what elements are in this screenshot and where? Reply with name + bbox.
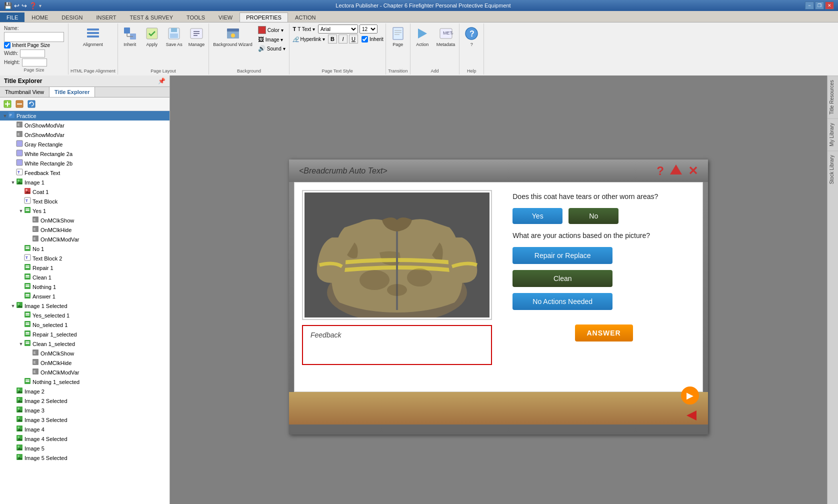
tab-home[interactable]: HOME <box>25 12 54 22</box>
tree-item[interactable]: ▼ Yes 1 <box>0 206 170 216</box>
metadata-btn[interactable]: META Metadata <box>434 24 458 48</box>
panel-pin-icon[interactable]: 📌 <box>158 78 166 84</box>
tree-item[interactable]: Answer 1 <box>0 292 170 301</box>
text-dropdown-btn[interactable]: T T Text ▾ <box>292 26 316 32</box>
width-input[interactable]: 1009 <box>20 50 45 58</box>
save-as-btn[interactable]: Save As <box>164 24 184 48</box>
help-canvas-icon[interactable]: ? <box>656 164 664 178</box>
refresh-btn[interactable] <box>26 99 36 109</box>
tree-item[interactable]: Gray Rectangle <box>0 140 170 149</box>
tree-item[interactable]: E OnMClkShow <box>0 348 170 358</box>
height-input[interactable]: 662 <box>22 58 47 66</box>
tree-item[interactable]: T Text Block 2 <box>0 254 170 263</box>
tree-item[interactable]: No 1 <box>0 244 170 254</box>
bold-btn[interactable]: B <box>328 34 337 44</box>
tab-file[interactable]: FILE <box>0 12 24 22</box>
tree-item[interactable]: E OnMClkHide <box>0 225 170 234</box>
thumbnail-view-tab[interactable]: Thumbnail View <box>0 87 50 97</box>
collapse-icon[interactable]: ▼ <box>18 208 24 214</box>
tree-item[interactable]: White Rectangle 2b <box>0 158 170 168</box>
tab-test-survey[interactable]: TEST & SURVEY <box>124 12 180 22</box>
tree-item[interactable]: E OnMClkHide <box>0 358 170 368</box>
font-size-select[interactable]: 12 <box>360 24 378 34</box>
expand-all-btn[interactable] <box>2 99 12 109</box>
tree-item[interactable]: Image 3 Selected <box>0 415 170 424</box>
clean-btn[interactable]: Clean <box>512 270 612 287</box>
tree-item[interactable]: ▼ Clean 1_selected <box>0 339 170 348</box>
tree-item[interactable]: Image 5 <box>0 444 170 453</box>
tab-action[interactable]: ACTION <box>288 12 322 22</box>
next-page-btn[interactable]: ▶ <box>681 386 699 404</box>
save-icon[interactable]: 💾 <box>4 2 12 10</box>
tree-item[interactable]: Clean 1 <box>0 272 170 282</box>
tree-item[interactable]: Image 5 Selected <box>0 453 170 462</box>
color-btn[interactable]: Color ▾ <box>256 26 287 34</box>
tree-item[interactable]: Image 4 Selected <box>0 434 170 444</box>
tree-item[interactable]: White Rectangle 2a <box>0 149 170 158</box>
title-resources-tab[interactable]: Title Resources <box>828 76 838 118</box>
inherit-btn[interactable]: Inherit <box>120 24 140 48</box>
tree-item[interactable]: Image 2 <box>0 386 170 396</box>
tree-item[interactable]: Image 4 <box>0 424 170 434</box>
no-actions-btn[interactable]: No Actions Needed <box>512 293 612 310</box>
tree-item[interactable]: ▼ P Practice <box>0 111 170 120</box>
tree-item[interactable]: E OnShowModVar <box>0 120 170 130</box>
page-btn[interactable]: Page <box>388 24 408 48</box>
restore-btn[interactable]: ❐ <box>815 2 824 10</box>
tab-tools[interactable]: TOOLS <box>180 12 212 22</box>
collapse-icon[interactable]: ▼ <box>18 341 24 347</box>
tree-item[interactable]: ▼ Image 1 <box>0 178 170 187</box>
apply-btn[interactable]: Apply <box>142 24 162 48</box>
background-wizard-btn[interactable]: Background Wizard <box>211 24 254 48</box>
tree-item[interactable]: E OnShowModVar <box>0 130 170 140</box>
italic-btn[interactable]: I <box>338 34 348 44</box>
underline-btn[interactable]: U <box>349 34 358 44</box>
tab-design[interactable]: DESIGN <box>55 12 89 22</box>
tree-item[interactable]: E OnMClkShow <box>0 216 170 225</box>
repair-replace-btn[interactable]: Repair or Replace <box>512 247 612 264</box>
tree-item[interactable]: E OnMClkModVar <box>0 368 170 377</box>
tree-item[interactable]: Coat 1 <box>0 187 170 196</box>
my-library-tab[interactable]: My Library <box>828 118 838 150</box>
help-quick-icon[interactable]: ❓ <box>29 2 37 10</box>
collapse-icon[interactable]: ▼ <box>10 303 16 309</box>
collapse-icon[interactable]: ▼ <box>10 180 16 186</box>
tree-item[interactable]: Repair 1_selected <box>0 330 170 339</box>
up-arrow-icon[interactable] <box>669 162 683 180</box>
stock-library-tab[interactable]: Stock Library <box>828 150 838 188</box>
tree-item[interactable]: Nothing 1_selected <box>0 377 170 386</box>
tab-view[interactable]: VIEW <box>212 12 239 22</box>
tree-item[interactable]: T Text Block <box>0 196 170 206</box>
close-btn[interactable]: ✕ <box>825 2 834 10</box>
tab-insert[interactable]: INSERT <box>90 12 122 22</box>
collapse-all-btn[interactable] <box>14 99 24 109</box>
no-btn[interactable]: No <box>568 208 618 224</box>
tree-item[interactable]: Image 3 <box>0 406 170 415</box>
tree-item[interactable]: Nothing 1 <box>0 282 170 292</box>
help-btn[interactable]: ? ? <box>462 24 482 48</box>
tree-item[interactable]: Yes_selected 1 <box>0 310 170 320</box>
yes-btn[interactable]: Yes <box>512 208 562 224</box>
font-select[interactable]: Arial <box>318 24 358 34</box>
alignment-btn[interactable]: Alignment <box>81 24 105 48</box>
tab-properties[interactable]: PROPERTIES <box>240 12 288 22</box>
action-btn[interactable]: Action <box>412 24 432 48</box>
tree-item[interactable]: Image 2 Selected <box>0 396 170 406</box>
hyperlink-btn[interactable]: 🔗 Hyperlink ▾ <box>292 36 326 42</box>
tree-item[interactable]: ▼ Image 1 Selected <box>0 301 170 310</box>
manage-btn[interactable]: Manage <box>186 24 207 48</box>
inherit-page-size-check[interactable] <box>4 42 10 48</box>
inherit-text-check[interactable] <box>362 36 368 42</box>
page-name-input[interactable]: Practice <box>4 32 64 42</box>
prev-page-btn[interactable] <box>684 408 699 423</box>
collapse-icon[interactable]: ▼ <box>2 113 8 119</box>
tree-item[interactable]: No_selected 1 <box>0 320 170 330</box>
image-bg-btn[interactable]: 🖼 Image ▾ <box>256 36 287 44</box>
answer-btn[interactable]: ANSWER <box>575 324 633 342</box>
tree-item[interactable]: T Feedback Text <box>0 168 170 178</box>
redo-icon[interactable]: ↪ <box>22 2 27 10</box>
tree-item[interactable]: E OnMClkModVar <box>0 234 170 244</box>
undo-icon[interactable]: ↩ <box>14 2 20 10</box>
tree-item[interactable]: Repair 1 <box>0 263 170 272</box>
title-explorer-tab[interactable]: Title Explorer <box>50 87 95 97</box>
